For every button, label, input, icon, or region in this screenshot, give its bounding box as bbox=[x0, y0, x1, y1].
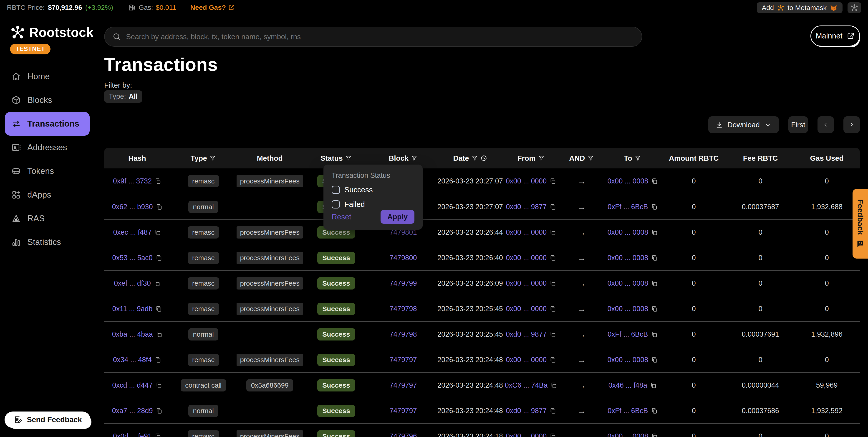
hash-link[interactable]: 0x62 ... b930 bbox=[112, 203, 153, 211]
sidebar-item-addresses[interactable]: Addresses bbox=[5, 136, 90, 159]
apply-button[interactable]: Apply bbox=[380, 210, 414, 224]
download-button[interactable]: Download bbox=[708, 116, 779, 133]
block-link[interactable]: 7479797 bbox=[390, 407, 417, 415]
copy-icon[interactable] bbox=[549, 229, 556, 236]
from-link[interactable]: 0x00 ... 0000 bbox=[506, 254, 547, 262]
block-link[interactable]: 7479797 bbox=[390, 381, 417, 389]
checkbox-success[interactable]: Success bbox=[332, 185, 414, 194]
hash-link[interactable]: 0xa7 ... 28d9 bbox=[112, 407, 153, 415]
from-link[interactable]: 0x00 ... 0000 bbox=[506, 356, 547, 364]
reset-button[interactable]: Reset bbox=[332, 212, 351, 221]
block-link[interactable]: 7479798 bbox=[390, 305, 417, 313]
to-link[interactable]: 0xFf ... 6BcB bbox=[608, 330, 648, 339]
block-link[interactable]: 7479799 bbox=[390, 279, 417, 288]
copy-icon[interactable] bbox=[651, 305, 658, 312]
to-link[interactable]: 0x00 ... 0008 bbox=[607, 228, 648, 236]
copy-icon[interactable] bbox=[651, 280, 658, 287]
from-link[interactable]: 0x00 ... 0000 bbox=[506, 305, 547, 313]
copy-icon[interactable] bbox=[651, 203, 658, 210]
hash-link[interactable]: 0x34 ... 48f4 bbox=[113, 356, 152, 364]
to-link[interactable]: 0x00 ... 0008 bbox=[607, 279, 648, 288]
sidebar-item-tokens[interactable]: Tokens bbox=[5, 159, 90, 183]
rootstock-collective-button[interactable] bbox=[847, 2, 861, 13]
copy-icon[interactable] bbox=[156, 331, 162, 338]
sidebar-item-blocks[interactable]: Blocks bbox=[5, 88, 90, 112]
copy-icon[interactable] bbox=[156, 203, 162, 210]
copy-icon[interactable] bbox=[155, 305, 162, 312]
copy-icon[interactable] bbox=[154, 178, 161, 184]
hash-link[interactable]: 0xec ... f487 bbox=[113, 228, 152, 236]
copy-icon[interactable] bbox=[154, 433, 161, 437]
copy-icon[interactable] bbox=[651, 229, 658, 236]
copy-icon[interactable] bbox=[549, 305, 556, 312]
brand[interactable]: Rootstock bbox=[0, 15, 95, 40]
block-link[interactable]: 7479798 bbox=[390, 330, 417, 339]
from-link[interactable]: 0xd0 ... 9877 bbox=[506, 330, 547, 339]
to-link[interactable]: 0x00 ... 0008 bbox=[607, 177, 648, 185]
copy-icon[interactable] bbox=[651, 356, 658, 363]
copy-icon[interactable] bbox=[549, 356, 556, 363]
hash-link[interactable]: 0x9f ... 3732 bbox=[113, 177, 152, 185]
checkbox-icon[interactable] bbox=[332, 186, 340, 194]
send-feedback-button[interactable]: Send Feedback bbox=[5, 411, 91, 428]
filter-funnel-icon[interactable] bbox=[634, 155, 641, 162]
copy-icon[interactable] bbox=[650, 382, 657, 389]
copy-icon[interactable] bbox=[651, 178, 658, 184]
filter-funnel-icon[interactable] bbox=[209, 155, 216, 162]
filter-funnel-icon[interactable] bbox=[538, 155, 545, 162]
to-link[interactable]: 0x00 ... 0008 bbox=[607, 356, 648, 364]
hash-link[interactable]: 0xcd ... d447 bbox=[112, 381, 153, 389]
copy-icon[interactable] bbox=[549, 407, 556, 414]
copy-icon[interactable] bbox=[651, 407, 658, 414]
network-switch-button[interactable]: Mainnet bbox=[810, 26, 860, 47]
from-link[interactable]: 0x00 ... 0000 bbox=[506, 279, 547, 288]
copy-icon[interactable] bbox=[154, 356, 161, 363]
need-gas-link[interactable]: Need Gas? bbox=[190, 4, 235, 11]
search-input[interactable] bbox=[126, 33, 634, 41]
block-link[interactable]: 7479800 bbox=[390, 254, 417, 262]
to-link[interactable]: 0x00 ... 0008 bbox=[607, 254, 648, 262]
next-page-button[interactable] bbox=[843, 116, 860, 133]
to-link[interactable]: 0xFf ... 6BcB bbox=[608, 203, 648, 211]
from-link[interactable]: 0xd0 ... 9877 bbox=[506, 203, 547, 211]
hash-link[interactable]: 0xef ... df30 bbox=[114, 279, 151, 288]
block-link[interactable]: 7479796 bbox=[390, 432, 417, 437]
copy-icon[interactable] bbox=[549, 331, 556, 338]
copy-icon[interactable] bbox=[549, 280, 556, 287]
add-to-metamask-button[interactable]: Add to Metamask bbox=[757, 2, 842, 13]
copy-icon[interactable] bbox=[550, 382, 557, 389]
feedback-tab[interactable]: Feedback bbox=[852, 189, 868, 259]
to-link[interactable]: 0x00 ... 0008 bbox=[607, 305, 648, 313]
type-filter-chip[interactable]: Type: All bbox=[104, 90, 142, 103]
hash-link[interactable]: 0x0d ... fe91 bbox=[113, 432, 152, 437]
copy-icon[interactable] bbox=[549, 433, 556, 437]
sidebar-item-ras[interactable]: RAS bbox=[5, 207, 90, 230]
copy-icon[interactable] bbox=[651, 255, 658, 261]
filter-funnel-icon[interactable] bbox=[471, 155, 478, 162]
copy-icon[interactable] bbox=[154, 280, 160, 287]
copy-icon[interactable] bbox=[549, 255, 556, 261]
sidebar-item-statistics[interactable]: Statistics bbox=[5, 230, 90, 254]
previous-page-button[interactable] bbox=[817, 116, 834, 133]
copy-icon[interactable] bbox=[155, 382, 162, 389]
from-link[interactable]: 0xd0 ... 9877 bbox=[506, 407, 547, 415]
first-page-button[interactable]: First bbox=[788, 116, 808, 133]
copy-icon[interactable] bbox=[549, 178, 556, 184]
sidebar-item-dapps[interactable]: dApps bbox=[5, 183, 90, 207]
copy-icon[interactable] bbox=[651, 331, 658, 338]
to-link[interactable]: 0x00 ... 0008 bbox=[607, 432, 648, 437]
filter-funnel-icon[interactable] bbox=[411, 155, 417, 162]
from-link[interactable]: 0x00 ... 0000 bbox=[506, 228, 547, 236]
copy-icon[interactable] bbox=[549, 203, 556, 210]
from-link[interactable]: 0x00 ... 0000 bbox=[506, 177, 547, 185]
hash-link[interactable]: 0x53 ... 5ac0 bbox=[112, 254, 153, 262]
copy-icon[interactable] bbox=[651, 433, 658, 437]
hash-link[interactable]: 0x11 ... 9adb bbox=[112, 305, 153, 313]
sidebar-item-home[interactable]: Home bbox=[5, 65, 90, 88]
to-link[interactable]: 0xFf ... 6BcB bbox=[608, 407, 648, 415]
filter-funnel-icon[interactable] bbox=[345, 155, 352, 162]
from-link[interactable]: 0x00 ... 0000 bbox=[506, 432, 547, 437]
checkbox-icon[interactable] bbox=[332, 200, 340, 208]
from-link[interactable]: 0xC6 ... 74Ba bbox=[505, 381, 548, 389]
clock-icon[interactable] bbox=[480, 155, 487, 162]
